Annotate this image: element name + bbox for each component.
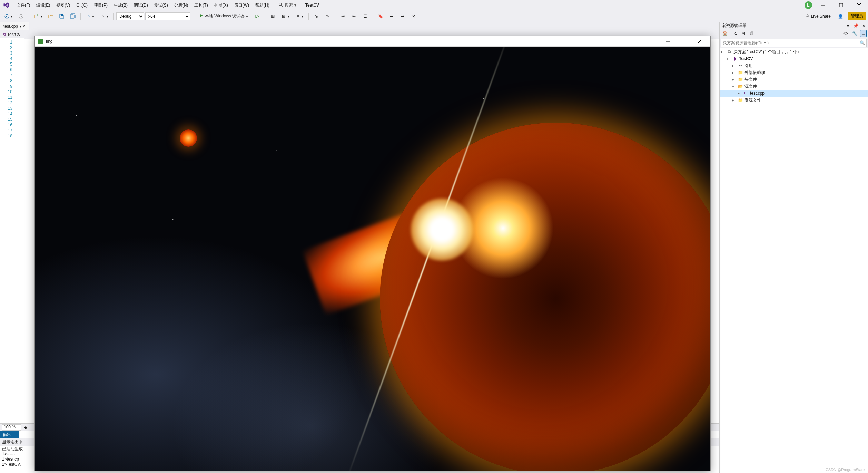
zoom-select[interactable]: 100 % bbox=[2, 424, 21, 431]
step-into-button[interactable]: ↘ bbox=[312, 12, 321, 20]
properties-button[interactable]: 🔧 bbox=[851, 30, 859, 37]
image-window-close-button[interactable] bbox=[692, 36, 708, 47]
save-all-button[interactable] bbox=[68, 12, 78, 20]
toolbar-separator bbox=[265, 13, 265, 20]
toolwindow-tab-label: TestCV bbox=[7, 32, 21, 37]
window-close-button[interactable] bbox=[852, 0, 866, 10]
bookmark-next-button[interactable]: ➡ bbox=[398, 12, 407, 20]
menu-file[interactable]: 文件(F) bbox=[14, 1, 33, 10]
chevron-down-icon: ▾ bbox=[246, 14, 248, 19]
platform-select[interactable]: x64 bbox=[145, 12, 190, 20]
sync-button[interactable]: ↻ bbox=[733, 30, 739, 37]
document-tab-strip: test.cpp ▾ × bbox=[0, 22, 719, 30]
pin-icon[interactable]: 📌 bbox=[852, 23, 859, 28]
live-share-button[interactable]: Live Share bbox=[803, 12, 833, 20]
expand-icon[interactable]: ▸ bbox=[727, 56, 731, 61]
expand-icon[interactable]: ▸ bbox=[721, 49, 725, 54]
nav-back-button[interactable]: ▾ bbox=[2, 12, 15, 20]
toolwindow-tab-testcv[interactable]: ⧉ TestCV bbox=[0, 30, 24, 39]
stack-icon: ≡ bbox=[295, 13, 300, 19]
expand-icon[interactable]: ▸ bbox=[732, 70, 736, 75]
nav-forward-button[interactable] bbox=[16, 12, 26, 20]
window-minimize-button[interactable] bbox=[816, 0, 830, 10]
tree-references[interactable]: ▸ ▪▪ 引用 bbox=[720, 62, 868, 69]
comment-button[interactable]: ☰ bbox=[360, 12, 370, 20]
file-tab-test-cpp[interactable]: test.cpp ▾ × bbox=[0, 22, 29, 30]
image-window-maximize-button[interactable] bbox=[676, 36, 692, 47]
home-button[interactable]: 🏠 bbox=[721, 30, 729, 37]
tree-label: 头文件 bbox=[744, 77, 757, 83]
menu-tools[interactable]: 工具(T) bbox=[191, 1, 210, 10]
bookmark-prev-button[interactable]: ⬅ bbox=[387, 12, 396, 20]
save-button[interactable] bbox=[57, 12, 67, 20]
expand-icon[interactable]: ▸ bbox=[732, 98, 736, 103]
step-over-button[interactable]: ↷ bbox=[323, 12, 332, 20]
tree-label: 资源文件 bbox=[744, 97, 761, 103]
menu-build[interactable]: 生成(B) bbox=[111, 1, 130, 10]
menu-project[interactable]: 项目(P) bbox=[91, 1, 110, 10]
bookmark-clear-button[interactable]: ✕ bbox=[409, 12, 418, 20]
collapse-button[interactable]: ⊟ bbox=[740, 30, 747, 37]
svg-point-7 bbox=[19, 14, 23, 18]
solution-icon: ⧉ bbox=[727, 49, 732, 54]
menu-edit[interactable]: 编辑(E) bbox=[33, 1, 53, 10]
main-toolbar: ▾ ▾ ▾ ▾ Debug x64 本地 Windows 调试器 ▾ ▦ ⊟▾ … bbox=[0, 10, 868, 22]
bookmark-button[interactable]: 🔖 bbox=[376, 12, 385, 20]
process-button[interactable]: ▦ bbox=[268, 12, 277, 20]
expand-icon[interactable]: ▸ bbox=[732, 77, 736, 82]
image-window-minimize-button[interactable] bbox=[660, 36, 676, 47]
tree-project[interactable]: ▸ ⧫ TestCV bbox=[720, 55, 868, 62]
stack-button[interactable]: ≡▾ bbox=[293, 12, 306, 20]
tree-file-test-cpp[interactable]: ▸ ++ test.cpp bbox=[720, 90, 868, 97]
menubar-search[interactable]: 搜索 ▾ bbox=[278, 2, 296, 8]
indent-icon: ⇥ bbox=[340, 13, 346, 19]
tree-solution-root[interactable]: ▸ ⧉ 决方案 'TestCV' (1 个项目，共 1 个) bbox=[720, 48, 868, 55]
tab-close-icon[interactable]: × bbox=[23, 24, 25, 29]
tree-source-files[interactable]: ▾ 📂 源文件 bbox=[720, 83, 868, 90]
feedback-button[interactable]: 👤 bbox=[836, 12, 845, 20]
close-icon[interactable]: × bbox=[861, 23, 866, 28]
redo-button[interactable]: ▾ bbox=[98, 12, 110, 20]
document-title: TestCV bbox=[305, 3, 319, 8]
toolbar-separator bbox=[113, 13, 114, 20]
expand-icon[interactable]: ▸ bbox=[732, 63, 736, 68]
configuration-select[interactable]: Debug bbox=[116, 12, 144, 20]
view-code-button[interactable]: <> bbox=[842, 30, 849, 37]
menu-debug[interactable]: 调试(D) bbox=[131, 1, 151, 10]
solution-search-input[interactable] bbox=[723, 39, 860, 46]
output-panel-header[interactable]: 输出 bbox=[0, 431, 19, 438]
tree-header-files[interactable]: ▸ 📁 头文件 bbox=[720, 76, 868, 83]
collapse-icon[interactable]: ▾ bbox=[732, 84, 736, 89]
menu-view[interactable]: 视图(V) bbox=[53, 1, 73, 10]
start-debugging-button[interactable]: 本地 Windows 调试器 ▾ bbox=[196, 12, 251, 20]
bookmark-icon: 🔖 bbox=[378, 13, 383, 19]
menu-window[interactable]: 窗口(W) bbox=[231, 1, 252, 10]
user-avatar[interactable]: L bbox=[805, 1, 812, 9]
solution-search[interactable]: 🔍 bbox=[721, 39, 867, 47]
redo-icon bbox=[100, 13, 105, 19]
outdent-button[interactable]: ⇤ bbox=[349, 12, 359, 20]
thread-button[interactable]: ⊟▾ bbox=[279, 12, 292, 20]
code-icon: <> bbox=[843, 31, 848, 36]
menu-git[interactable]: Git(G) bbox=[73, 1, 90, 9]
tree-external-deps[interactable]: ▸ 📁 外部依赖项 bbox=[720, 69, 868, 76]
menu-analyze[interactable]: 分析(N) bbox=[171, 1, 191, 10]
show-all-button[interactable]: 🗐 bbox=[748, 30, 755, 37]
new-project-button[interactable]: ▾ bbox=[32, 12, 45, 20]
open-file-button[interactable] bbox=[46, 12, 56, 20]
file-tab-label: test.cpp bbox=[3, 24, 18, 29]
menu-extensions[interactable]: 扩展(X) bbox=[211, 1, 231, 10]
chevron-down-icon[interactable]: ▾ bbox=[846, 23, 850, 28]
menu-test[interactable]: 测试(S) bbox=[151, 1, 171, 10]
image-window-titlebar[interactable]: img bbox=[35, 36, 710, 47]
toolbar-separator bbox=[80, 13, 81, 20]
line-number: 5 bbox=[0, 61, 12, 67]
tree-resource-files[interactable]: ▸ 📁 资源文件 bbox=[720, 97, 868, 104]
window-maximize-button[interactable] bbox=[834, 0, 848, 10]
preview-button[interactable]: ▭ bbox=[860, 30, 867, 37]
undo-button[interactable]: ▾ bbox=[83, 12, 96, 20]
expand-icon[interactable]: ▸ bbox=[738, 91, 742, 96]
start-without-debug-button[interactable] bbox=[252, 12, 262, 20]
indent-button[interactable]: ⇥ bbox=[338, 12, 348, 20]
menu-help[interactable]: 帮助(H) bbox=[253, 1, 272, 10]
